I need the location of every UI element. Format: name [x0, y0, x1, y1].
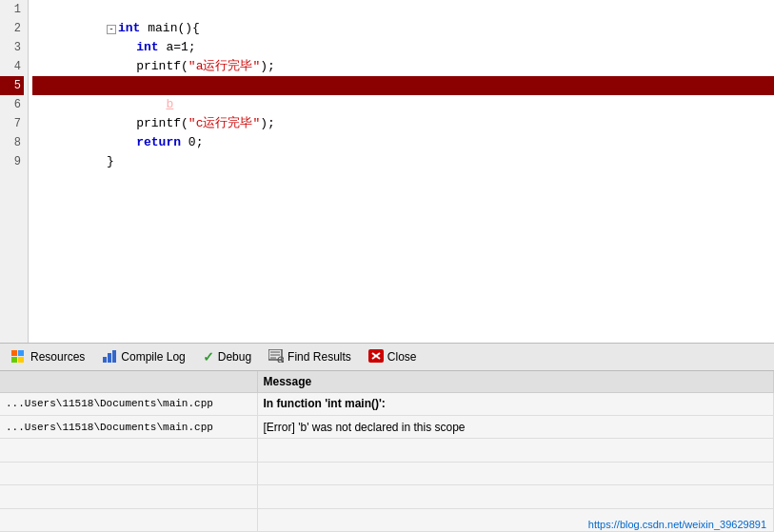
result-file-1: ...Users\11518\Documents\main.cpp: [0, 392, 257, 415]
debug-label: Debug: [218, 350, 251, 364]
debug-icon: ✓: [203, 349, 214, 365]
debug-button[interactable]: ✓ Debug: [195, 345, 259, 369]
table-row-empty-2: [0, 462, 774, 484]
line-num-9: 9: [0, 152, 24, 171]
empty-cell-7: [0, 508, 257, 531]
empty-cell-6: [257, 485, 774, 508]
code-line-2: int a=1;: [32, 19, 774, 38]
line-num-5: 5: [0, 76, 24, 95]
code-line-8: }: [32, 133, 774, 152]
close-icon: [368, 349, 384, 365]
table-row[interactable]: ...Users\11518\Documents\main.cpp In fun…: [0, 392, 774, 415]
line-num-1: 1: [0, 0, 24, 19]
empty-cell-5: [0, 485, 257, 508]
code-line-5: c=a+b;: [32, 76, 774, 95]
results-panel: Message ...Users\11518\Documents\main.cp…: [0, 371, 774, 532]
line-num-4: 4: [0, 57, 24, 76]
empty-cell-4: [257, 462, 774, 484]
resources-button[interactable]: Resources: [4, 345, 92, 369]
line-num-8: 8: [0, 133, 24, 152]
close-label: Close: [387, 350, 417, 364]
table-row-empty-3: [0, 485, 774, 508]
compile-log-label: Compile Log: [121, 350, 185, 364]
find-results-button[interactable]: Find Results: [261, 345, 359, 369]
resources-label: Resources: [30, 350, 85, 364]
line-numbers: 1 2 3 4 5 6 7 8 9: [0, 0, 29, 343]
line-num-6: 6: [0, 95, 24, 114]
svg-rect-3: [18, 357, 24, 363]
table-row-empty-1: [0, 439, 774, 462]
status-url: https://blog.csdn.net/weixin_39629891: [588, 519, 766, 530]
empty-cell-3: [0, 462, 257, 484]
line-num-7: 7: [0, 114, 24, 133]
empty-cell-2: [257, 439, 774, 462]
svg-line-12: [281, 360, 284, 363]
find-results-icon: [268, 349, 284, 365]
svg-rect-4: [103, 357, 107, 363]
toolbar: Resources Compile Log ✓ Debug: [0, 343, 774, 371]
col-file: [0, 371, 257, 392]
code-content[interactable]: -int main(){ int a=1; printf("a运行完毕"); i…: [29, 0, 774, 343]
code-editor: 1 2 3 4 5 6 7 8 9 -int main(){ int a=1;: [0, 0, 774, 343]
close-button[interactable]: Close: [361, 345, 425, 369]
resources-icon: [11, 350, 27, 364]
line-num-3: 3: [0, 38, 24, 57]
compile-log-icon: [102, 349, 117, 365]
empty-cell-1: [0, 439, 257, 462]
result-file-2: ...Users\11518\Documents\main.cpp: [0, 415, 257, 438]
code-line-4: int c;: [32, 57, 774, 76]
svg-rect-5: [108, 353, 111, 363]
results-table: Message ...Users\11518\Documents\main.cp…: [0, 371, 774, 532]
results-header: Message: [0, 371, 774, 392]
svg-rect-1: [11, 357, 17, 363]
code-line-1: -int main(){: [32, 0, 774, 19]
svg-rect-0: [11, 350, 17, 356]
table-row[interactable]: ...Users\11518\Documents\main.cpp [Error…: [0, 415, 774, 438]
find-results-label: Find Results: [288, 350, 351, 364]
code-line-9: [32, 152, 774, 171]
line-num-2: 2: [0, 19, 24, 38]
svg-rect-2: [18, 350, 24, 356]
status-bar: https://blog.csdn.net/weixin_39629891: [581, 517, 774, 532]
col-message: Message: [257, 371, 774, 392]
result-message-1: In function 'int main()':: [257, 392, 774, 415]
code-line-7: return 0;: [32, 114, 774, 133]
result-message-2: [Error] 'b' was not declared in this sco…: [257, 415, 774, 438]
app-container: 1 2 3 4 5 6 7 8 9 -int main(){ int a=1;: [0, 0, 774, 532]
svg-rect-6: [112, 350, 116, 363]
code-line-6: printf("c运行完毕");: [32, 95, 774, 114]
code-line-3: printf("a运行完毕");: [32, 38, 774, 57]
compile-log-button[interactable]: Compile Log: [94, 345, 192, 369]
